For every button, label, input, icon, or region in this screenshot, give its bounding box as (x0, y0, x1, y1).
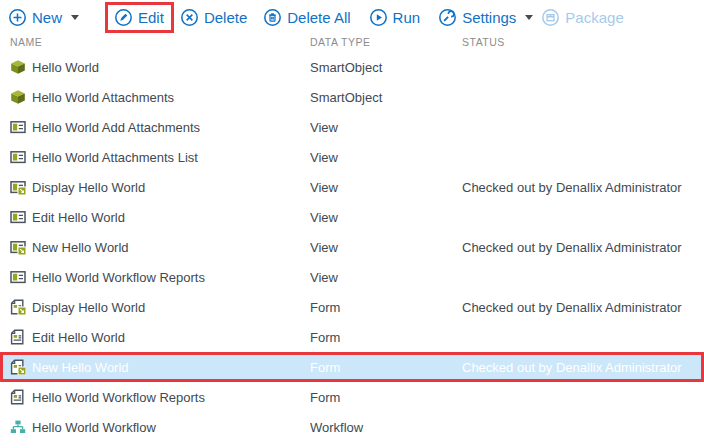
row-name-cell: Hello World Add Attachments (10, 119, 310, 135)
row-data-type: View (310, 270, 462, 285)
column-header-data-type: DATA TYPE (310, 36, 462, 48)
row-name: Edit Hello World (32, 210, 125, 225)
column-header-status: STATUS (462, 36, 704, 48)
toolbar-button-label: Edit (138, 10, 164, 25)
form-checkedout-icon (10, 359, 26, 375)
smartobject-icon (10, 59, 26, 75)
row-name-cell: Hello World (10, 59, 310, 75)
table-row[interactable]: Hello WorldSmartObject (0, 52, 704, 82)
table-row[interactable]: Display Hello WorldViewChecked out by De… (0, 172, 704, 202)
row-name-cell: Display Hello World (10, 299, 310, 315)
row-name-cell: Hello World Workflow Reports (10, 269, 310, 285)
artifact-list: Hello WorldSmartObjectHello World Attach… (0, 50, 704, 442)
pencil-circle-icon (114, 8, 133, 27)
row-name-cell: New Hello World (10, 359, 310, 375)
view-icon (10, 209, 26, 225)
toolbar-button-delete-all[interactable]: Delete All (263, 8, 350, 27)
row-data-type: View (310, 120, 462, 135)
row-status: Checked out by Denallix Administrator (462, 360, 701, 375)
play-circle-icon (369, 8, 388, 27)
toolbar-button-label: Delete (204, 10, 247, 25)
table-row[interactable]: Edit Hello WorldForm (0, 322, 704, 352)
row-status: Checked out by Denallix Administrator (462, 180, 704, 195)
table-row[interactable]: Display Hello WorldFormChecked out by De… (0, 292, 704, 322)
row-name-cell: Hello World Workflow (10, 419, 310, 435)
form-icon (10, 389, 26, 405)
column-header-name: NAME (10, 36, 310, 48)
row-data-type: Form (310, 390, 462, 405)
row-name: Hello World Add Attachments (32, 120, 200, 135)
toolbar: NewEditDeleteDelete AllRunSettingsPackag… (0, 0, 704, 34)
table-row[interactable]: Hello World WorkflowWorkflow (0, 412, 704, 442)
form-checkedout-icon (10, 299, 26, 315)
row-name: Display Hello World (32, 180, 145, 195)
trash-circle-icon (263, 8, 282, 27)
table-row[interactable]: Hello World Attachments ListView (0, 142, 704, 172)
row-name-cell: Hello World Attachments List (10, 149, 310, 165)
row-name: New Hello World (32, 240, 129, 255)
row-name: Hello World Attachments List (32, 150, 198, 165)
toolbar-button-settings[interactable]: Settings (438, 8, 516, 27)
package-circle-icon (541, 8, 560, 27)
toolbar-button-label: Package (565, 10, 623, 25)
row-name: Hello World Workflow (32, 420, 156, 435)
row-name: Hello World Workflow Reports (32, 390, 205, 405)
toolbar-button-label: New (32, 10, 62, 25)
workflow-icon (10, 419, 26, 435)
row-name-cell: Edit Hello World (10, 329, 310, 345)
row-data-type: Form (310, 330, 462, 345)
table-row[interactable]: Hello World Workflow ReportsView (0, 262, 704, 292)
row-data-type: View (310, 150, 462, 165)
view-icon (10, 149, 26, 165)
smartobject-icon (10, 89, 26, 105)
toolbar-button-label: Delete All (287, 10, 350, 25)
toolbar-button-edit[interactable]: Edit (114, 8, 164, 27)
table-row[interactable]: Edit Hello WorldView (0, 202, 704, 232)
wrench-circle-icon (438, 8, 457, 27)
plus-circle-icon (8, 8, 27, 27)
row-data-type: SmartObject (310, 90, 462, 105)
row-name: Hello World Attachments (32, 90, 174, 105)
table-row[interactable]: New Hello WorldViewChecked out by Denall… (0, 232, 704, 262)
annotation-box-edit: Edit (105, 2, 174, 33)
toolbar-button-new[interactable]: New (8, 8, 62, 27)
row-name-cell: Display Hello World (10, 179, 310, 195)
row-status: Checked out by Denallix Administrator (462, 300, 704, 315)
toolbar-button-run[interactable]: Run (369, 8, 421, 27)
row-name: New Hello World (32, 360, 129, 375)
toolbar-button-package: Package (541, 8, 623, 27)
table-row[interactable]: Hello World Add AttachmentsView (0, 112, 704, 142)
table-header: NAME DATA TYPE STATUS (0, 34, 704, 50)
chevron-down-icon[interactable] (525, 15, 533, 20)
row-name-cell: Hello World Attachments (10, 89, 310, 105)
view-icon (10, 119, 26, 135)
row-name: Hello World (32, 60, 99, 75)
row-name-cell: Hello World Workflow Reports (10, 389, 310, 405)
row-status: Checked out by Denallix Administrator (462, 240, 704, 255)
x-circle-icon (180, 8, 199, 27)
toolbar-button-label: Run (393, 10, 421, 25)
row-data-type: Workflow (310, 420, 462, 435)
row-data-type: View (310, 210, 462, 225)
view-icon (10, 269, 26, 285)
row-data-type: Form (310, 300, 462, 315)
toolbar-button-label: Settings (462, 10, 516, 25)
chevron-down-icon[interactable] (71, 15, 79, 20)
view-checkedout-icon (10, 179, 26, 195)
row-data-type: View (310, 180, 462, 195)
row-name-cell: New Hello World (10, 239, 310, 255)
row-name-cell: Edit Hello World (10, 209, 310, 225)
row-name: Hello World Workflow Reports (32, 270, 205, 285)
form-icon (10, 329, 26, 345)
table-row[interactable]: Hello World AttachmentsSmartObject (0, 82, 704, 112)
row-name: Edit Hello World (32, 330, 125, 345)
table-row-selected[interactable]: New Hello WorldFormChecked out by Denall… (0, 352, 704, 382)
row-data-type: View (310, 240, 462, 255)
table-row[interactable]: Hello World Workflow ReportsForm (0, 382, 704, 412)
view-checkedout-icon (10, 239, 26, 255)
row-data-type: SmartObject (310, 60, 462, 75)
toolbar-button-delete[interactable]: Delete (180, 8, 247, 27)
row-name: Display Hello World (32, 300, 145, 315)
row-data-type: Form (310, 360, 462, 375)
